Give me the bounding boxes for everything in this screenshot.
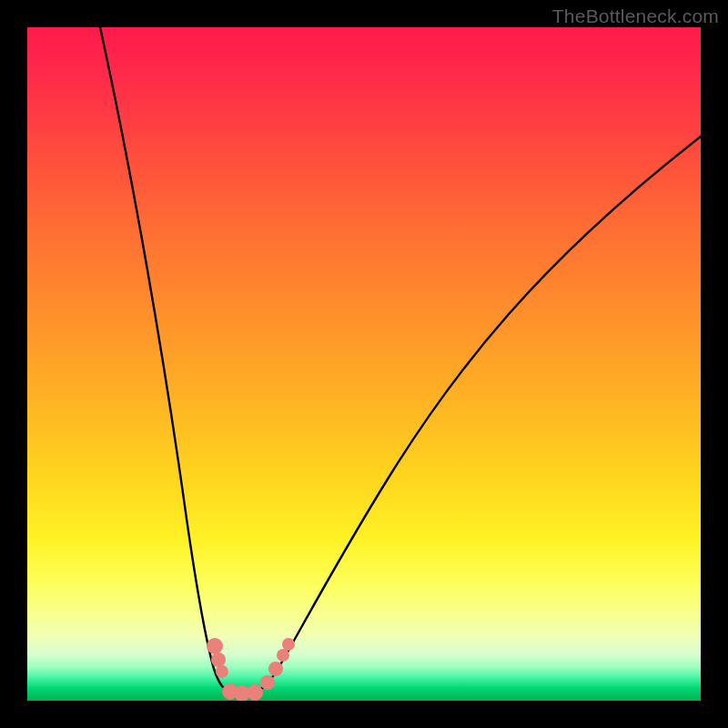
data-marker (207, 638, 223, 654)
data-marker (211, 652, 226, 667)
data-marker (260, 675, 275, 690)
chart-frame: TheBottleneck.com (0, 0, 728, 728)
data-marker (268, 662, 283, 676)
curve-left-branch (100, 27, 238, 692)
data-marker (282, 638, 295, 651)
curve-right-branch (238, 136, 701, 692)
data-marker (247, 684, 263, 701)
marker-group (207, 638, 295, 701)
plot-area (27, 27, 701, 701)
data-marker (216, 665, 228, 678)
data-marker (277, 649, 289, 662)
curve-layer (27, 27, 701, 701)
watermark-text: TheBottleneck.com (552, 5, 719, 27)
